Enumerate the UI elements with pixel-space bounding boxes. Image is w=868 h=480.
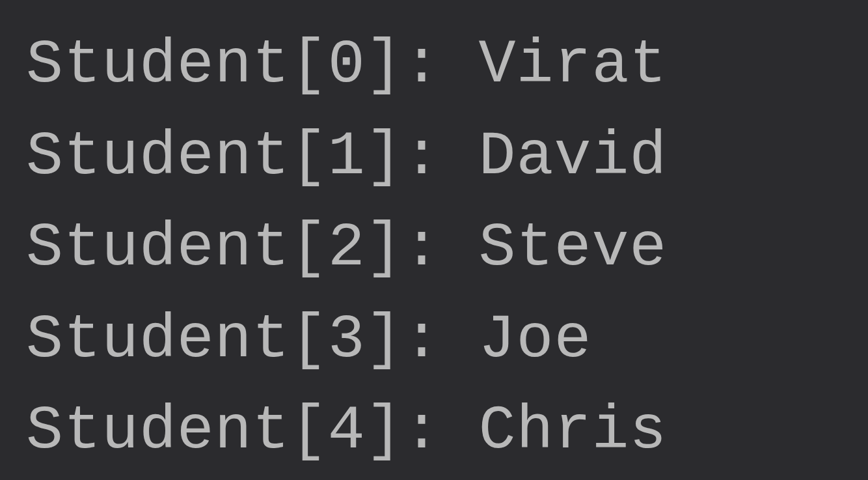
output-line: Student[2]: Steve — [26, 203, 842, 294]
output-line: Student[3]: Joe — [26, 294, 842, 386]
output-line: Student[1]: David — [26, 111, 842, 203]
output-line: Student[0]: Virat — [26, 20, 842, 111]
output-line: Student[4]: Chris — [26, 386, 842, 477]
console-output: Student[0]: Virat Student[1]: David Stud… — [26, 20, 842, 477]
